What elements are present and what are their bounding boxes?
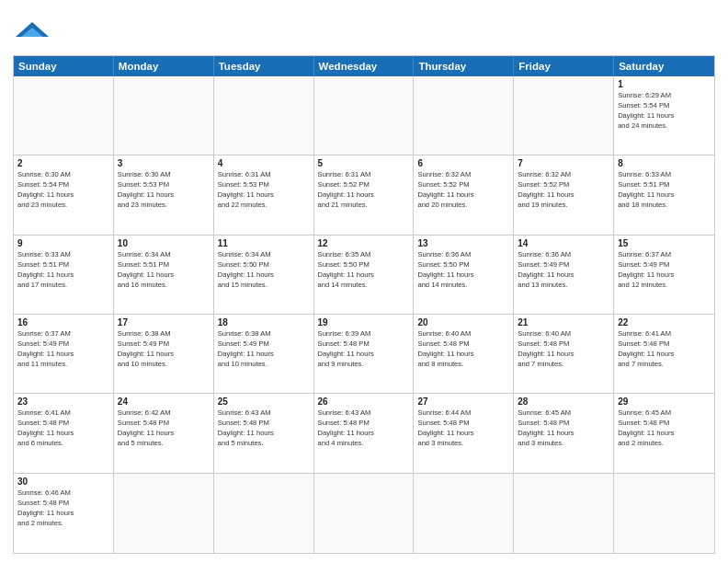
cal-cell: 1Sunrise: 6:29 AMSunset: 5:54 PMDaylight… <box>614 76 714 155</box>
header-wednesday: Wednesday <box>314 56 415 76</box>
cal-cell: 6Sunrise: 6:32 AMSunset: 5:52 PMDaylight… <box>414 155 514 234</box>
day-number: 1 <box>618 79 711 89</box>
cal-cell: 29Sunrise: 6:45 AMSunset: 5:48 PMDayligh… <box>614 394 714 472</box>
cal-cell: 9Sunrise: 6:33 AMSunset: 5:51 PMDaylight… <box>14 236 114 314</box>
cal-cell: 15Sunrise: 6:37 AMSunset: 5:49 PMDayligh… <box>614 236 714 314</box>
day-number: 13 <box>417 238 509 248</box>
cal-cell: 17Sunrise: 6:38 AMSunset: 5:49 PMDayligh… <box>114 315 214 393</box>
day-info: Sunrise: 6:29 AMSunset: 5:54 PMDaylight:… <box>618 90 711 131</box>
cal-cell: 21Sunrise: 6:40 AMSunset: 5:48 PMDayligh… <box>514 315 614 393</box>
day-number: 22 <box>618 317 711 327</box>
day-number: 30 <box>17 477 109 487</box>
day-number: 18 <box>218 317 310 327</box>
day-info: Sunrise: 6:36 AMSunset: 5:50 PMDaylight:… <box>417 249 509 290</box>
day-info: Sunrise: 6:30 AMSunset: 5:54 PMDaylight:… <box>17 169 109 210</box>
day-number: 12 <box>318 238 410 248</box>
cal-cell: 2Sunrise: 6:30 AMSunset: 5:54 PMDaylight… <box>14 155 114 234</box>
day-number: 7 <box>518 158 609 168</box>
cal-cell: 27Sunrise: 6:44 AMSunset: 5:48 PMDayligh… <box>414 394 514 472</box>
cal-cell <box>114 474 214 553</box>
day-number: 8 <box>618 158 711 168</box>
day-info: Sunrise: 6:40 AMSunset: 5:48 PMDaylight:… <box>417 328 509 369</box>
day-number: 27 <box>417 396 509 407</box>
header-monday: Monday <box>114 56 214 76</box>
day-number: 20 <box>417 317 509 327</box>
cal-cell <box>214 474 314 553</box>
day-info: Sunrise: 6:37 AMSunset: 5:49 PMDaylight:… <box>17 328 109 369</box>
day-number: 9 <box>17 238 109 248</box>
day-number: 4 <box>218 158 310 168</box>
day-info: Sunrise: 6:31 AMSunset: 5:53 PMDaylight:… <box>218 169 310 210</box>
day-info: Sunrise: 6:43 AMSunset: 5:48 PMDaylight:… <box>218 408 310 448</box>
cal-cell <box>314 76 415 155</box>
day-info: Sunrise: 6:41 AMSunset: 5:48 PMDaylight:… <box>17 408 109 448</box>
cal-cell: 20Sunrise: 6:40 AMSunset: 5:48 PMDayligh… <box>414 315 514 393</box>
day-number: 6 <box>417 158 509 168</box>
day-info: Sunrise: 6:41 AMSunset: 5:48 PMDaylight:… <box>618 328 711 369</box>
cal-cell: 14Sunrise: 6:36 AMSunset: 5:49 PMDayligh… <box>514 236 614 314</box>
day-number: 2 <box>17 158 109 168</box>
calendar-header: SundayMondayTuesdayWednesdayThursdayFrid… <box>14 56 714 76</box>
day-number: 3 <box>118 158 210 168</box>
day-info: Sunrise: 6:38 AMSunset: 5:49 PMDaylight:… <box>118 328 210 369</box>
cal-cell <box>414 474 514 553</box>
day-number: 26 <box>318 396 410 407</box>
day-info: Sunrise: 6:45 AMSunset: 5:48 PMDaylight:… <box>618 408 711 448</box>
day-number: 17 <box>118 317 210 327</box>
day-number: 11 <box>218 238 310 248</box>
cal-cell: 16Sunrise: 6:37 AMSunset: 5:49 PMDayligh… <box>14 315 114 393</box>
day-info: Sunrise: 6:30 AMSunset: 5:53 PMDaylight:… <box>118 169 210 210</box>
day-number: 23 <box>17 396 109 407</box>
cal-cell: 3Sunrise: 6:30 AMSunset: 5:53 PMDaylight… <box>114 155 214 234</box>
day-number: 28 <box>518 396 609 407</box>
cal-cell <box>514 76 614 155</box>
cal-cell <box>314 474 415 553</box>
week-row-2: 9Sunrise: 6:33 AMSunset: 5:51 PMDaylight… <box>14 236 714 315</box>
day-info: Sunrise: 6:45 AMSunset: 5:48 PMDaylight:… <box>518 408 609 448</box>
header-thursday: Thursday <box>414 56 514 76</box>
cal-cell: 26Sunrise: 6:43 AMSunset: 5:48 PMDayligh… <box>314 394 415 472</box>
day-number: 15 <box>618 238 711 248</box>
header-tuesday: Tuesday <box>214 56 314 76</box>
day-info: Sunrise: 6:39 AMSunset: 5:48 PMDaylight:… <box>318 328 410 369</box>
cal-cell <box>514 474 614 553</box>
cal-cell: 7Sunrise: 6:32 AMSunset: 5:52 PMDaylight… <box>514 155 614 234</box>
cal-cell: 11Sunrise: 6:34 AMSunset: 5:50 PMDayligh… <box>214 236 314 314</box>
day-number: 24 <box>118 396 210 407</box>
cal-cell: 25Sunrise: 6:43 AMSunset: 5:48 PMDayligh… <box>214 394 314 472</box>
cal-cell: 23Sunrise: 6:41 AMSunset: 5:48 PMDayligh… <box>14 394 114 472</box>
cal-cell: 30Sunrise: 6:46 AMSunset: 5:48 PMDayligh… <box>14 474 114 553</box>
day-number: 21 <box>518 317 609 327</box>
day-info: Sunrise: 6:35 AMSunset: 5:50 PMDaylight:… <box>318 249 410 290</box>
cal-cell <box>214 76 314 155</box>
cal-cell: 19Sunrise: 6:39 AMSunset: 5:48 PMDayligh… <box>314 315 415 393</box>
day-info: Sunrise: 6:38 AMSunset: 5:49 PMDaylight:… <box>218 328 310 369</box>
week-row-0: 1Sunrise: 6:29 AMSunset: 5:54 PMDaylight… <box>14 76 714 155</box>
cal-cell: 12Sunrise: 6:35 AMSunset: 5:50 PMDayligh… <box>314 236 415 314</box>
cal-cell: 24Sunrise: 6:42 AMSunset: 5:48 PMDayligh… <box>114 394 214 472</box>
day-info: Sunrise: 6:36 AMSunset: 5:49 PMDaylight:… <box>518 249 609 290</box>
day-info: Sunrise: 6:33 AMSunset: 5:51 PMDaylight:… <box>618 169 711 210</box>
cal-cell: 10Sunrise: 6:34 AMSunset: 5:51 PMDayligh… <box>114 236 214 314</box>
header-saturday: Saturday <box>614 56 714 76</box>
day-number: 29 <box>618 396 711 407</box>
day-info: Sunrise: 6:34 AMSunset: 5:50 PMDaylight:… <box>218 249 310 290</box>
logo <box>13 13 49 50</box>
day-info: Sunrise: 6:37 AMSunset: 5:49 PMDaylight:… <box>618 249 711 290</box>
day-info: Sunrise: 6:31 AMSunset: 5:52 PMDaylight:… <box>318 169 410 210</box>
cal-cell <box>614 474 714 553</box>
day-info: Sunrise: 6:40 AMSunset: 5:48 PMDaylight:… <box>518 328 609 369</box>
week-row-4: 23Sunrise: 6:41 AMSunset: 5:48 PMDayligh… <box>14 394 714 473</box>
day-number: 14 <box>518 238 609 248</box>
header-friday: Friday <box>514 56 614 76</box>
page: SundayMondayTuesdayWednesdayThursdayFrid… <box>0 0 728 563</box>
day-number: 25 <box>218 396 310 407</box>
logo-icon <box>16 13 49 46</box>
day-info: Sunrise: 6:42 AMSunset: 5:48 PMDaylight:… <box>118 408 210 448</box>
cal-cell: 8Sunrise: 6:33 AMSunset: 5:51 PMDaylight… <box>614 155 714 234</box>
day-info: Sunrise: 6:46 AMSunset: 5:48 PMDaylight:… <box>17 488 109 528</box>
week-row-3: 16Sunrise: 6:37 AMSunset: 5:49 PMDayligh… <box>14 315 714 394</box>
day-info: Sunrise: 6:32 AMSunset: 5:52 PMDaylight:… <box>518 169 609 210</box>
day-info: Sunrise: 6:32 AMSunset: 5:52 PMDaylight:… <box>417 169 509 210</box>
cal-cell <box>114 76 214 155</box>
